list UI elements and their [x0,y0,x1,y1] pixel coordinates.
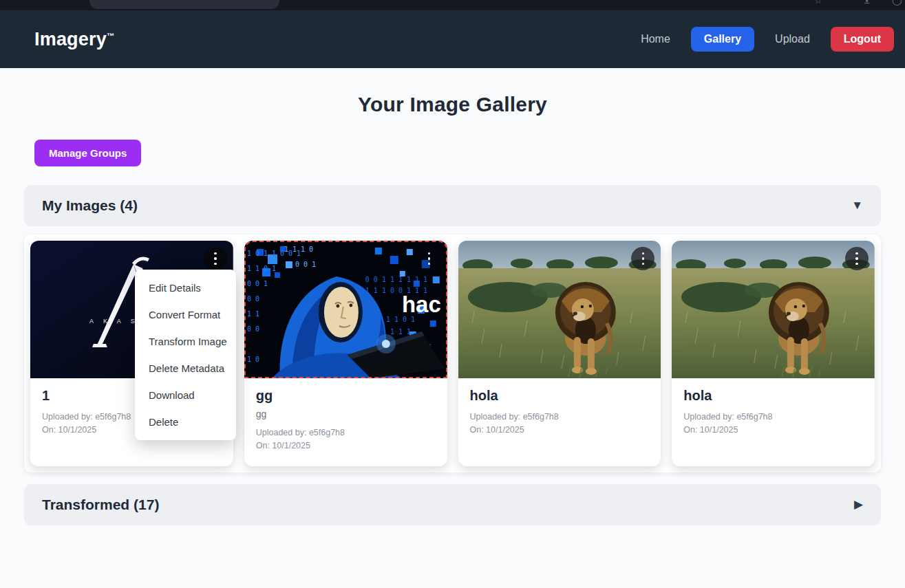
card-image-lion[interactable] [458,241,661,378]
card-image-hackerman[interactable]: 1 0 1 1 0 0 1 1 1 1 0 1 1 0 1 0 0 1 0 0 … [244,241,447,378]
card-title: hola [470,388,650,404]
brand-logo[interactable]: Imagery™ [34,29,114,50]
image-card: hola Uploaded by: e5f6g7h8 On: 10/1/2025 [672,241,875,466]
upload-date-text: On: 10/1/2025 [470,424,650,437]
hackerman-meme-art: 1 0 1 1 0 0 1 1 1 1 0 1 1 0 1 0 0 1 0 0 … [244,241,447,378]
uploaded-by-text: Uploaded by: e5f6g7h8 [256,426,436,439]
gallery-page: Your Image Gallery Manage Groups My Imag… [0,93,905,525]
chevron-right-icon: ▶ [854,497,863,512]
nav-upload-link[interactable]: Upload [775,33,810,45]
download-icon[interactable]: ⊻ [864,0,871,6]
nav-home-link[interactable]: Home [641,33,670,45]
upload-date-text: On: 10/1/2025 [683,424,863,437]
section-header-transformed[interactable]: Transformed (17) ▶ [24,484,881,525]
card-image-lion[interactable] [672,241,875,378]
card-context-menu: Edit Details Convert Format Transform Im… [135,270,236,440]
browser-address-bar[interactable] [89,0,279,9]
nav-logout-button[interactable]: Logout [831,27,894,52]
uploaded-by-text: Uploaded by: e5f6g7h8 [683,411,863,424]
card-body: hola Uploaded by: e5f6g7h8 On: 10/1/2025 [458,378,661,450]
svg-text:1 1 1 0: 1 1 1 0 [284,246,313,253]
uploaded-by-text: Uploaded by: e5f6g7h8 [470,411,650,424]
card-meta: Uploaded by: e5f6g7h8 On: 10/1/2025 [683,411,863,437]
svg-text:1 1 0 1: 1 1 0 1 [247,265,276,272]
my-images-panel: A K A S H 1 Uploaded by: e5f6g7h8 On: 10… [24,235,881,472]
section-title: Transformed (17) [42,497,159,513]
svg-text:hac: hac [402,292,441,317]
bookmark-star-icon[interactable]: ☆ [814,0,822,6]
trademark-mark: ™ [107,32,114,40]
page-title: Your Image Gallery [0,93,905,116]
menu-item-download[interactable]: Download [135,382,236,409]
card-options-dots-icon[interactable] [845,247,869,270]
nav-gallery-button[interactable]: Gallery [691,27,754,52]
nav-menu: Home Gallery Upload Logout [641,27,894,52]
menu-item-delete[interactable]: Delete [135,409,236,435]
browser-profile-avatar[interactable]: ◯ [892,0,902,6]
menu-item-convert-format[interactable]: Convert Format [135,301,236,328]
manage-groups-button[interactable]: Manage Groups [34,140,141,166]
svg-text:0 0 1: 0 0 1 [295,261,316,268]
card-title: gg [256,388,436,404]
upload-date-text: On: 10/1/2025 [256,439,436,453]
svg-text:0 0: 0 0 [247,295,259,303]
card-meta: Uploaded by: e5f6g7h8 On: 10/1/2025 [256,426,436,453]
card-meta: Uploaded by: e5f6g7h8 On: 10/1/2025 [470,411,650,437]
image-card: 1 0 1 1 0 0 1 1 1 1 0 1 1 0 1 0 0 1 0 0 … [244,241,447,466]
svg-text:0 0 1 1 1 1 1 1: 0 0 1 1 1 1 1 1 [365,276,427,283]
image-card: hola Uploaded by: e5f6g7h8 On: 10/1/2025 [458,241,661,466]
svg-text:0 0 1: 0 0 1 [247,280,268,287]
lion-savanna-art [458,241,661,378]
menu-item-transform-image[interactable]: Transform Image [135,328,236,355]
menu-item-delete-metadata[interactable]: Delete Metadata [135,355,236,382]
card-options-dots-icon[interactable] [631,247,654,270]
card-description: gg [256,409,436,420]
lion-savanna-art [672,241,875,378]
card-body: gg gg Uploaded by: e5f6g7h8 On: 10/1/202… [244,378,447,466]
app-navbar: Imagery™ Home Gallery Upload Logout [0,10,905,68]
card-title: hola [683,388,863,404]
image-card: A K A S H 1 Uploaded by: e5f6g7h8 On: 10… [30,241,233,466]
card-options-dots-icon[interactable] [418,247,441,270]
svg-text:1 0: 1 0 [247,356,259,363]
menu-item-edit-details[interactable]: Edit Details [135,274,236,301]
section-title: My Images (4) [42,197,138,214]
svg-text:0 0: 0 0 [247,325,259,333]
card-body: hola Uploaded by: e5f6g7h8 On: 10/1/2025 [672,378,875,450]
chevron-down-icon: ▼ [851,199,863,213]
svg-text:1 1: 1 1 [247,310,259,318]
section-header-my-images[interactable]: My Images (4) ▼ [24,185,881,226]
browser-chrome: ☆ ⊻ ◯ [0,0,905,10]
card-options-dots-icon[interactable] [204,247,227,270]
